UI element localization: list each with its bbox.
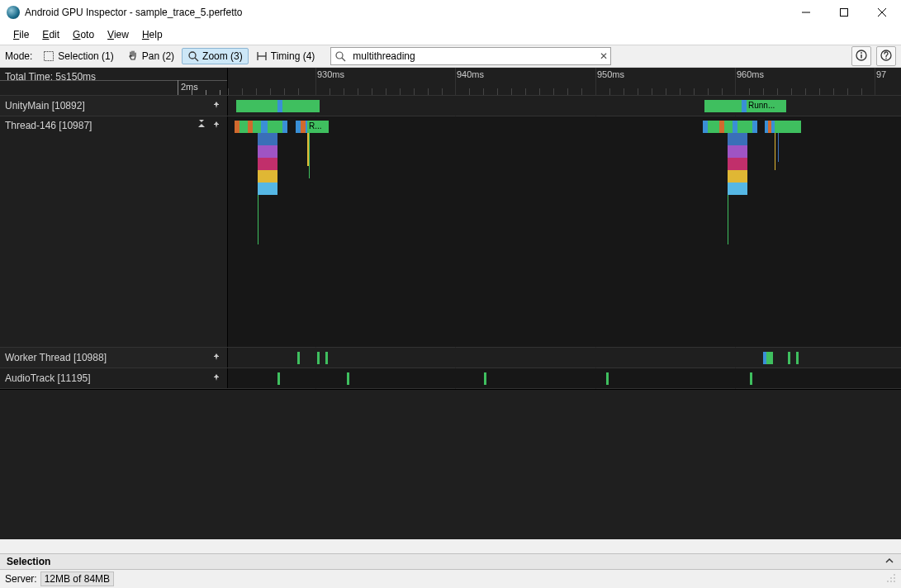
- mode-label: Mode:: [5, 50, 32, 62]
- app-icon: [7, 6, 20, 19]
- slice-label: R...: [309, 121, 322, 130]
- svg-point-22: [887, 581, 889, 582]
- menu-file[interactable]: File: [7, 27, 36, 42]
- mode-selection[interactable]: Selection (1): [37, 48, 119, 64]
- svg-point-5: [189, 52, 196, 59]
- svg-point-17: [894, 577, 895, 579]
- svg-point-13: [861, 52, 862, 54]
- resize-grip-icon[interactable]: [886, 573, 896, 586]
- svg-point-20: [894, 574, 895, 576]
- maximize-button[interactable]: [825, 0, 863, 25]
- ruler-label: 950ms: [597, 69, 624, 79]
- window-title: Android GPU Inspector - sample_trace_5.p…: [25, 7, 787, 18]
- timing-icon: [256, 50, 268, 62]
- pan-icon: [127, 50, 139, 62]
- close-button[interactable]: [863, 0, 901, 25]
- search-icon: [334, 50, 346, 62]
- server-label: Server:: [5, 573, 37, 585]
- menu-view[interactable]: View: [101, 27, 135, 42]
- pin-icon[interactable]: [211, 100, 222, 111]
- track-row[interactable]: Thread-146 [10987] R...: [0, 116, 901, 348]
- menu-help[interactable]: Help: [135, 27, 169, 42]
- info-icon: [856, 50, 867, 64]
- help-button[interactable]: [876, 46, 896, 66]
- track-row[interactable]: UnityMain [10892] Runn...: [0, 96, 901, 116]
- track-label: Thread-146 [10987]: [5, 120, 192, 131]
- toolbar: Mode: Selection (1) Pan (2) Zoom (3) Tim…: [0, 45, 901, 68]
- track-label: AudioTrack [11195]: [5, 372, 207, 384]
- mode-pan[interactable]: Pan (2): [121, 48, 180, 64]
- pin-icon[interactable]: [211, 120, 222, 131]
- search-clear-icon[interactable]: ✕: [597, 50, 610, 62]
- server-memory[interactable]: 12MB of 84MB: [40, 571, 114, 586]
- track-row[interactable]: Worker Thread [10988]: [0, 348, 901, 368]
- selection-icon: [43, 50, 55, 62]
- titlebar: Android GPU Inspector - sample_trace_5.p…: [0, 0, 901, 25]
- track-label: Worker Thread [10988]: [5, 352, 207, 363]
- time-ruler[interactable]: 930ms 940ms 950ms 960ms 97: [228, 68, 901, 95]
- svg-point-19: [890, 581, 892, 582]
- collapse-icon[interactable]: [196, 120, 207, 131]
- svg-line-11: [342, 58, 345, 61]
- ruler-label: 940ms: [457, 69, 484, 79]
- mode-selection-label: Selection (1): [58, 50, 113, 62]
- slice-label: Runn...: [748, 101, 775, 110]
- tracks-container[interactable]: UnityMain [10892] Runn... Thread-146 [10…: [0, 96, 901, 390]
- selection-panel-header[interactable]: Selection: [0, 553, 901, 570]
- inner-scale-label: 2ms: [181, 82, 198, 92]
- svg-point-18: [894, 581, 895, 582]
- total-time-cell: Total Time: 5s150ms 2ms: [0, 68, 228, 95]
- mode-timing-label: Timing (4): [271, 50, 315, 62]
- mode-pan-label: Pan (2): [142, 50, 174, 62]
- menu-edit[interactable]: Edit: [36, 27, 66, 42]
- statusbar: Server: 12MB of 84MB: [0, 570, 901, 588]
- track-label: UnityMain [10892]: [5, 100, 207, 111]
- timeline-panel: Total Time: 5s150ms 2ms 930ms 940ms 950m…: [0, 68, 901, 539]
- minimize-button[interactable]: [787, 0, 825, 25]
- svg-point-21: [890, 577, 892, 579]
- selection-title: Selection: [7, 556, 50, 567]
- search-input[interactable]: [349, 50, 597, 62]
- search-field[interactable]: ✕: [330, 47, 611, 65]
- svg-rect-4: [45, 52, 54, 61]
- svg-point-10: [336, 52, 343, 59]
- zoom-icon: [187, 50, 199, 62]
- timeline-empty[interactable]: [0, 390, 901, 539]
- svg-rect-1: [841, 9, 848, 17]
- menu-goto[interactable]: Goto: [66, 27, 101, 42]
- menubar: File Edit Goto View Help: [0, 25, 901, 45]
- horizontal-scrollbar[interactable]: [0, 539, 901, 553]
- ruler-label: 97: [876, 69, 886, 79]
- time-header: Total Time: 5s150ms 2ms 930ms 940ms 950m…: [0, 68, 901, 96]
- mode-zoom-label: Zoom (3): [202, 50, 243, 62]
- track-row[interactable]: AudioTrack [11195]: [0, 368, 901, 389]
- pin-icon[interactable]: [211, 352, 222, 363]
- info-button[interactable]: [851, 46, 871, 66]
- svg-point-16: [885, 57, 887, 59]
- pin-icon[interactable]: [211, 372, 222, 384]
- help-icon: [880, 50, 892, 64]
- chevron-up-icon: [884, 556, 894, 568]
- mode-timing[interactable]: Timing (4): [250, 48, 321, 64]
- svg-line-6: [195, 58, 198, 61]
- ruler-label: 930ms: [317, 69, 344, 79]
- ruler-label: 960ms: [737, 69, 764, 79]
- mode-zoom[interactable]: Zoom (3): [182, 48, 249, 64]
